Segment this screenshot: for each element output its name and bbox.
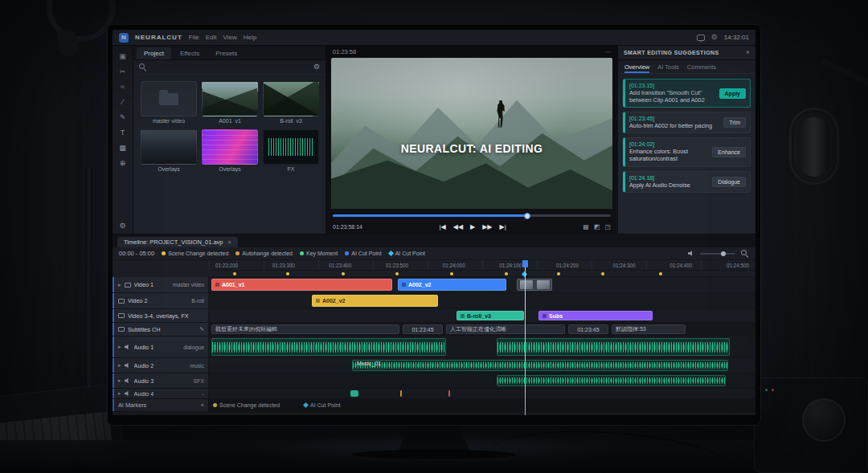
marker-dot[interactable] [505,272,508,275]
marker-dot[interactable] [233,272,236,275]
pencil-icon[interactable]: ✎ [199,326,204,332]
track-lane-ai-markers[interactable]: Scene Change detected AI Cut Point [209,399,755,411]
tab-presets[interactable]: Presets [208,47,244,59]
search-input[interactable] [151,63,309,71]
marker-strip[interactable] [209,271,755,277]
track-header-ai-markers[interactable]: AI Markers ≡ [113,399,209,411]
subtitle-timestamp[interactable]: 01:23:45 [568,324,608,334]
scrub-bar[interactable] [333,211,611,219]
effects-tool-icon[interactable]: ⊕ [120,159,126,167]
close-icon[interactable]: × [746,49,750,56]
audio-clip-dialogue-2[interactable] [497,338,730,356]
audio-marker-tick[interactable] [400,390,402,397]
panel-gear-icon[interactable]: ⚙ [313,63,320,71]
track-lane-audio4[interactable] [209,389,755,398]
cut-tool-icon[interactable]: ✂ [120,67,126,75]
subtitle-timestamp[interactable]: 01:23:45 [403,324,443,334]
timeline-ruler[interactable]: 01:23:200 01:23:300 01:23:400 01:23:500 … [209,260,755,271]
clip-frames[interactable] [517,279,552,291]
clip-a002-v2[interactable]: A002_v2 [398,279,506,291]
menu-edit[interactable]: Edit [206,34,217,41]
tab-effects[interactable]: Effects [173,47,207,59]
settings-icon[interactable]: ⚙ [119,222,125,230]
go-to-end-button[interactable]: ▶| [500,223,506,230]
media-item-master-video[interactable]: master video [141,81,197,124]
timeline-tab[interactable]: Timeline: PROJECT_VISION_01.avp × [117,237,238,247]
media-item-broll[interactable]: B-roll_v3 [263,81,319,124]
track-lane-video2[interactable]: A002_v2 [209,293,755,308]
tab-overview[interactable]: Overview [624,61,649,73]
suggestion-card[interactable]: [01:23.15] Add transition "Smooth Cut" b… [623,79,751,108]
track-header-video34[interactable]: Video 3-4, overlays, FX [113,309,209,322]
rewind-button[interactable]: ◀◀ [453,223,463,230]
fast-forward-button[interactable]: ▶▶ [482,223,492,230]
grid-tool-icon[interactable]: ▦ [119,144,126,152]
marker-scene-change[interactable]: Scene Change detected [213,399,280,411]
menu-view[interactable]: View [223,34,236,41]
expand-icon[interactable]: ▸ [118,390,121,397]
tab-comments[interactable]: Comments [687,61,716,73]
trim-button[interactable]: Trim [723,117,746,128]
program-monitor[interactable]: NEURALCUT: AI EDITING [331,58,612,209]
track-header-video2[interactable]: Video 2 B-roll [113,293,209,308]
track-lane-video34[interactable]: B-roll_v3 Subs [209,309,755,322]
grid-view-icon[interactable]: ▦ [583,223,589,230]
slip-tool-icon[interactable]: ∕ [122,98,124,106]
media-item-fx[interactable]: FX [263,129,319,172]
volume-icon[interactable] [688,251,694,257]
pen-tool-icon[interactable]: ✎ [120,113,126,121]
audio-clip-dialogue-1[interactable] [211,338,446,356]
subtitle-segment[interactable]: 人工智能正在優化清晰 [446,324,565,334]
marker-dot[interactable] [659,272,662,275]
transition-tool-icon[interactable]: ≈ [121,83,125,91]
marker-dot[interactable] [601,272,604,275]
go-to-start-button[interactable]: |◀ [440,223,446,230]
enhance-button[interactable]: Enhance [712,147,746,157]
apply-button[interactable]: Apply [719,88,746,99]
marker-dot[interactable] [557,272,560,275]
track-header-audio2[interactable]: ▸ Audio 2 music [113,358,209,373]
scrub-handle[interactable] [524,213,530,219]
fullscreen-icon[interactable]: ◳ [604,223,611,230]
tab-ai-tools[interactable]: AI Tools [657,61,679,73]
clip-broll-v3[interactable]: B-roll_v3 [457,311,524,320]
media-item-overlays-2[interactable]: Overlays [202,129,258,172]
marker-ai-cut-point[interactable]: AI Cut Point [304,399,340,411]
gear-icon[interactable]: ⚙ [711,34,718,41]
chat-icon[interactable] [697,35,705,41]
playhead[interactable] [525,260,526,415]
media-item-overlays-1[interactable]: Overlays [141,129,197,172]
audio-snippet[interactable] [350,390,358,397]
track-header-video1[interactable]: ▸ Video 1 master video [113,277,209,292]
clip-a002-v2-broll[interactable]: A002_v2 [312,295,438,307]
marker-dot[interactable] [342,272,345,275]
list-icon[interactable]: ≡ [201,402,204,408]
tab-project[interactable]: Project [137,47,171,59]
safe-area-icon[interactable]: ◩ [594,223,600,230]
dialogue-button[interactable]: Dialogue [712,177,746,187]
close-icon[interactable]: × [228,239,231,246]
track-lane-audio3[interactable] [209,373,755,388]
track-lane-audio2[interactable]: Music_01 [209,358,755,373]
suggestion-card[interactable]: [01:23:45] Auto-trim A002 for better pac… [623,112,751,133]
marker-dot[interactable] [450,272,453,275]
audio-clip-music[interactable]: Music_01 [352,360,728,371]
menu-file[interactable]: File [189,34,199,41]
clip-subs[interactable]: Subs [538,311,653,320]
track-header-subtitles[interactable]: Subtitles CH ✎ [113,323,209,336]
marker-dot[interactable] [286,272,289,275]
audio-marker-tick[interactable] [448,390,450,397]
zoom-icon[interactable] [741,250,749,258]
track-header-audio1[interactable]: ▸ Audio 1 dialogue [113,336,209,357]
zoom-slider[interactable] [700,253,735,255]
subtitle-segment[interactable]: 觀想更好未來的視頻編輯 [211,324,399,334]
expand-icon[interactable]: ▸ [118,282,121,288]
media-tool-icon[interactable]: ▣ [119,52,126,60]
play-button[interactable]: ▶ [470,223,475,230]
media-item-a001[interactable]: A001_v1 [202,81,258,124]
text-tool-icon[interactable]: T [121,128,125,137]
suggestion-card[interactable]: [01:24:02] Enhance colors: Boost saturat… [623,137,751,166]
menu-help[interactable]: Help [244,34,256,41]
track-header-audio4[interactable]: ▸ Audio 4 - [113,389,209,398]
track-lane-video1[interactable]: A001_v1 A002_v2 [209,277,755,292]
